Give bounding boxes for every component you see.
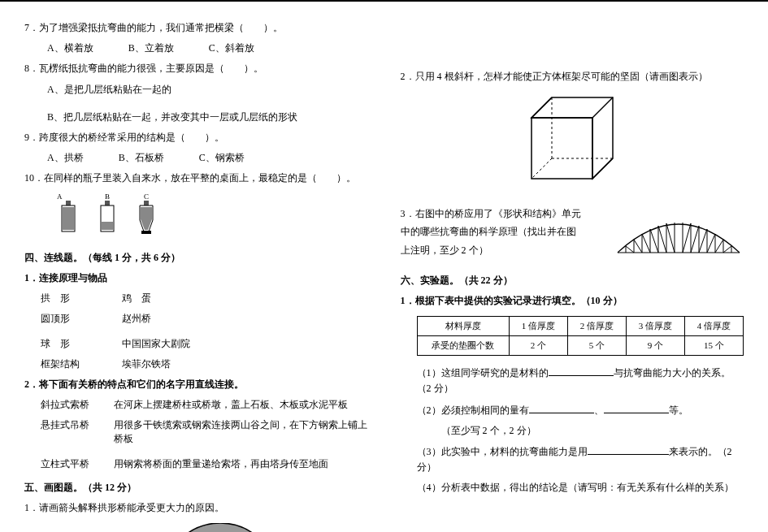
svg-line-10 <box>532 97 552 118</box>
td-1: 5 个 <box>567 336 626 356</box>
table-header-row: 材料厚度 1 倍厚度 2 倍厚度 3 倍厚度 4 倍厚度 <box>417 317 744 336</box>
q8-opt-a: A、是把几层纸粘贴在一起的 <box>24 82 368 97</box>
left-column: 7．为了增强梁抵抗弯曲的能力，我们通常把横梁（ ）。 A、横着放 B、立着放 C… <box>24 18 368 516</box>
s1a: （1）这组同学研究的是材料的 <box>417 367 549 378</box>
q8-opt-b: B、把几层纸粘贴在一起，并改变其中一层或几层纸的形状 <box>24 110 368 125</box>
bridge-row-0: 斜拉式索桥在河床上摆建桥柱或桥墩，盖上石板、木板或水泥平板 <box>24 398 368 412</box>
sub-q1: （1）这组同学研究的是材料的与抗弯曲能力大小的关系。（2 分） <box>401 365 744 396</box>
bottle-a-icon <box>57 201 80 235</box>
svg-line-37 <box>683 223 691 253</box>
td-0: 2 个 <box>509 336 567 356</box>
bridge-row-1: 悬挂式吊桥用很多干铁缆索或钢索连接两山谷之间，在下方钢索上铺上桥板 <box>24 418 368 446</box>
match-r-0: 鸡 蛋 <box>98 292 151 305</box>
sub-q4: （4）分析表中数据，得出的结论是（请写明：有无关系有什么样的关系） <box>401 480 744 495</box>
svg-line-42 <box>723 246 731 253</box>
svg-rect-7 <box>141 231 151 234</box>
bottle-b-icon <box>96 201 119 235</box>
q7-text: 7．为了增强梁抵抗弯曲的能力，我们通常把横梁（ ）。 <box>24 20 368 36</box>
q8-text: 8．瓦楞纸抵抗弯曲的能力很强，主要原因是（ ）。 <box>24 61 368 76</box>
experiment-table: 材料厚度 1 倍厚度 2 倍厚度 3 倍厚度 4 倍厚度 承受的垫圈个数 2 个… <box>417 316 744 356</box>
th-4: 4 倍厚度 <box>684 317 743 336</box>
bridge-r-0: 在河床上摆建桥柱或桥墩，盖上石板、木板或水泥平板 <box>114 398 368 412</box>
s2c: 等。 <box>669 404 688 416</box>
blank-1 <box>549 365 614 376</box>
q10-text: 10．在同样的瓶子里装入自来水，放在平整的桌面上，最稳定的是（ ）。 <box>24 171 368 186</box>
blank-3 <box>588 443 669 455</box>
match-l-0: 拱 形 <box>24 292 98 305</box>
svg-line-32 <box>634 240 642 253</box>
q7-opt-b: B、立着放 <box>128 41 174 56</box>
sec5-q1: 1．请画箭头解释拱形桥能承受更大力的原因。 <box>24 500 368 516</box>
bottle-c-wrap: C <box>135 192 158 238</box>
bridge-r-1: 用很多干铁缆索或钢索连接两山谷之间，在下方钢索上铺上桥板 <box>114 418 368 446</box>
svg-line-12 <box>592 158 613 179</box>
svg-line-14 <box>532 158 552 179</box>
match-r-1: 赵州桥 <box>98 312 151 326</box>
sub-q3: （3）此实验中，材料的抗弯曲能力是用来表示的。（2 分） <box>401 443 744 475</box>
svg-rect-6 <box>144 201 149 205</box>
bottle-c-icon <box>135 201 158 235</box>
match-l-1: 圆顶形 <box>24 312 98 326</box>
th-0: 材料厚度 <box>417 317 509 336</box>
q10-bottles: A B C <box>24 192 368 238</box>
bottle-c-label: C <box>135 192 158 201</box>
bottle-a-label: A <box>57 192 80 201</box>
q9-opt-a: A、拱桥 <box>47 150 84 166</box>
q9-opt-b: B、石板桥 <box>119 150 164 166</box>
q7-opt-c: C、斜着放 <box>209 41 254 56</box>
match-r-2: 中国国家大剧院 <box>98 337 190 351</box>
match-l-3: 框架结构 <box>24 357 98 371</box>
svg-line-39 <box>699 229 707 253</box>
cube-icon <box>515 93 629 183</box>
svg-line-11 <box>592 97 613 118</box>
right-q2: 2．只用 4 根斜杆，怎样才能使正方体框架尽可能的坚固（请画图表示） <box>401 69 744 84</box>
blank-2a <box>529 402 594 413</box>
bridge-l-2: 立柱式平桥 <box>41 457 114 471</box>
arch-icon <box>147 523 293 532</box>
th-2: 2 倍厚度 <box>567 317 626 336</box>
q9-opt-c: C、钢索桥 <box>199 150 245 166</box>
arch-figure <box>24 523 368 532</box>
s2a: （2）必须控制相同的量有 <box>417 404 529 416</box>
s3a: （3）此实验中，材料的抗弯曲能力是用 <box>417 446 588 457</box>
s2b: 、 <box>594 404 604 416</box>
table-data-row: 承受的垫圈个数 2 个 5 个 9 个 15 个 <box>417 336 744 356</box>
section-6-title: 六、实验题。（共 22 分） <box>401 274 744 288</box>
bottle-b-label: B <box>96 192 119 201</box>
td-label: 承受的垫圈个数 <box>417 336 509 356</box>
match-row-0: 拱 形鸡 蛋 <box>24 292 368 305</box>
svg-line-40 <box>707 234 715 253</box>
sec4-part1-title: 1．连接原理与物品 <box>24 271 368 285</box>
bridge-l-0: 斜拉式索桥 <box>41 398 114 412</box>
bottle-a-wrap: A <box>57 192 80 238</box>
s2d: （至少写 2 个，2 分） <box>401 423 744 439</box>
arch-bridge-icon <box>614 204 744 261</box>
svg-line-34 <box>650 229 658 253</box>
match-row-3: 框架结构埃菲尔铁塔 <box>24 357 368 371</box>
svg-line-33 <box>642 234 650 253</box>
svg-rect-0 <box>66 201 71 205</box>
svg-line-35 <box>658 226 666 253</box>
q3-l1: 3．右图中的桥应用了《形状和结构》单元 <box>401 206 606 222</box>
svg-line-31 <box>626 246 634 253</box>
svg-rect-5 <box>102 222 113 230</box>
bottle-b-wrap: B <box>96 192 119 238</box>
sub-q2: （2）必须控制相同的量有、等。 <box>401 402 744 418</box>
svg-line-38 <box>691 226 699 253</box>
bridge-row-2: 立柱式平桥用钢索将桥面的重量递给索塔，再由塔身传至地面 <box>24 457 368 471</box>
svg-line-36 <box>666 223 675 253</box>
td-2: 9 个 <box>626 336 684 356</box>
match-r-3: 埃菲尔铁塔 <box>98 357 171 371</box>
section-5-title: 五、画图题。（共 12 分） <box>24 481 368 495</box>
th-3: 3 倍厚度 <box>626 317 684 336</box>
sec4-part2-title: 2．将下面有关桥的特点和它们的名字用直线连接。 <box>24 378 368 391</box>
right-q3-text: 3．右图中的桥应用了《形状和结构》单元 中的哪些抗弯曲的科学原理（找出并在图 上… <box>401 204 606 261</box>
right-column: 2．只用 4 根斜杆，怎样才能使正方体框架尽可能的坚固（请画图表示） 3．右图中… <box>401 18 744 516</box>
q9-text: 9．跨度很大的桥经常采用的结构是（ ）。 <box>24 130 368 145</box>
q3-l3: 上注明，至少 2 个） <box>401 243 606 258</box>
q3-l2: 中的哪些抗弯曲的科学原理（找出并在图 <box>401 224 606 240</box>
svg-rect-2 <box>63 207 74 230</box>
match-row-1: 圆顶形赵州桥 <box>24 312 368 326</box>
cube-figure <box>401 93 744 183</box>
section-4-title: 四、连线题。（每线 1 分，共 6 分） <box>24 251 368 265</box>
